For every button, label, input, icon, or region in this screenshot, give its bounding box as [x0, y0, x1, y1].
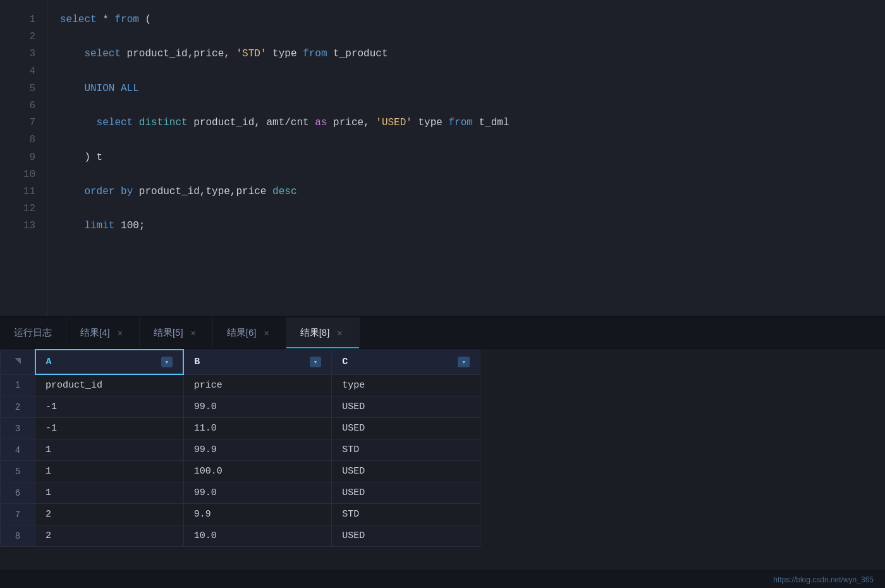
cell-3-2[interactable]: STD	[332, 439, 480, 461]
code-line-9: ) t	[60, 149, 885, 166]
code-line-4	[60, 63, 885, 80]
code-line-7: select distinct product_id, amt/cnt as p…	[60, 114, 885, 132]
cell-2-2[interactable]: USED	[332, 418, 480, 439]
cell-1-1[interactable]: 99.0	[183, 396, 332, 418]
code-line-10	[60, 166, 885, 183]
col-header-a[interactable]: A▾	[35, 350, 184, 374]
row-num-5: 6	[1, 482, 35, 504]
cell-6-1[interactable]: 9.9	[183, 504, 332, 525]
table-row: 3-111.0USED	[1, 418, 480, 439]
cell-2-1[interactable]: 11.0	[183, 418, 332, 439]
results-table: A▾B▾C▾1product_idpricetype2-199.0USED3-1…	[0, 349, 480, 547]
cell-4-1[interactable]: 100.0	[183, 461, 332, 482]
svg-marker-0	[15, 358, 21, 364]
tab-close-1[interactable]: ×	[115, 328, 125, 339]
cell-0-1[interactable]: price	[183, 374, 332, 396]
row-num-2: 3	[1, 418, 35, 439]
tab-label-2: 结果[5]	[154, 327, 183, 339]
tab-close-3[interactable]: ×	[261, 328, 271, 339]
tab-close-4[interactable]: ×	[334, 328, 345, 339]
code-line-2	[60, 28, 885, 46]
cell-7-1[interactable]: 10.0	[183, 525, 332, 547]
editor-area: 12345678910111213 select * from ( select…	[0, 0, 885, 316]
tab-4[interactable]: 结果[8]×	[286, 317, 360, 348]
col-dropdown-arrow-1[interactable]: ▾	[310, 357, 322, 367]
tab-close-2[interactable]: ×	[188, 328, 198, 339]
tab-label-1: 结果[4]	[80, 327, 110, 339]
table-row: 2-199.0USED	[1, 396, 480, 418]
cell-0-2[interactable]: type	[332, 374, 480, 396]
col-header-b[interactable]: B▾	[183, 350, 332, 374]
code-content[interactable]: select * from ( select product_id,price,…	[47, 0, 885, 316]
code-line-1: select * from (	[60, 11, 885, 28]
table-row: 6199.0USED	[1, 482, 480, 504]
cell-1-0[interactable]: -1	[35, 396, 184, 418]
code-line-6	[60, 97, 885, 114]
cell-5-2[interactable]: USED	[332, 482, 480, 504]
code-line-12	[60, 200, 885, 217]
cell-4-0[interactable]: 1	[35, 461, 184, 482]
tab-2[interactable]: 结果[5]×	[140, 317, 213, 348]
cell-7-2[interactable]: USED	[332, 525, 480, 547]
code-line-8	[60, 132, 885, 149]
tab-label-0: 运行日志	[14, 327, 52, 339]
cell-5-1[interactable]: 99.0	[183, 482, 332, 504]
footer-bar: https://blog.csdn.net/wyn_365	[0, 570, 885, 588]
row-num-7: 8	[1, 525, 35, 547]
tab-0[interactable]: 运行日志	[0, 317, 66, 348]
tab-label-3: 结果[6]	[227, 327, 257, 339]
footer-url: https://blog.csdn.net/wyn_365	[773, 575, 874, 584]
cell-3-1[interactable]: 99.9	[183, 439, 332, 461]
cell-1-2[interactable]: USED	[332, 396, 480, 418]
cell-5-0[interactable]: 1	[35, 482, 184, 504]
bottom-panel: 运行日志结果[4]×结果[5]×结果[6]×结果[8]× A▾B▾C▾1prod…	[0, 316, 885, 588]
cell-4-2[interactable]: USED	[332, 461, 480, 482]
table-row: 729.9STD	[1, 504, 480, 525]
tabs-bar: 运行日志结果[4]×结果[5]×结果[6]×结果[8]×	[0, 317, 885, 349]
cell-6-2[interactable]: STD	[332, 504, 480, 525]
corner-header	[1, 350, 35, 374]
table-row: 8210.0USED	[1, 525, 480, 547]
row-num-4: 5	[1, 461, 35, 482]
col-header-c[interactable]: C▾	[332, 350, 480, 374]
code-line-11: order by product_id,type,price desc	[60, 183, 885, 200]
code-line-3: select product_id,price, 'STD' type from…	[60, 46, 885, 63]
cell-7-0[interactable]: 2	[35, 525, 184, 547]
col-label-0: A	[46, 357, 52, 367]
tab-3[interactable]: 结果[6]×	[213, 317, 286, 348]
table-area[interactable]: A▾B▾C▾1product_idpricetype2-199.0USED3-1…	[0, 349, 885, 570]
col-label-2: C	[342, 357, 348, 367]
row-num-0: 1	[1, 374, 35, 396]
table-row: 51100.0USED	[1, 461, 480, 482]
line-numbers: 12345678910111213	[0, 0, 47, 316]
cell-6-0[interactable]: 2	[35, 504, 184, 525]
table-row: 1product_idpricetype	[1, 374, 480, 396]
row-num-1: 2	[1, 396, 35, 418]
tab-1[interactable]: 结果[4]×	[66, 317, 140, 348]
row-num-3: 4	[1, 439, 35, 461]
col-dropdown-arrow-0[interactable]: ▾	[161, 357, 173, 367]
table-row: 4199.9STD	[1, 439, 480, 461]
code-line-13: limit 100;	[60, 217, 885, 235]
cell-0-0[interactable]: product_id	[35, 374, 184, 396]
col-label-1: B	[194, 357, 200, 367]
row-num-6: 7	[1, 504, 35, 525]
tab-label-4: 结果[8]	[300, 327, 330, 339]
cell-2-0[interactable]: -1	[35, 418, 184, 439]
code-line-5: UNION ALL	[60, 80, 885, 97]
cell-3-0[interactable]: 1	[35, 439, 184, 461]
col-dropdown-arrow-2[interactable]: ▾	[458, 357, 470, 367]
